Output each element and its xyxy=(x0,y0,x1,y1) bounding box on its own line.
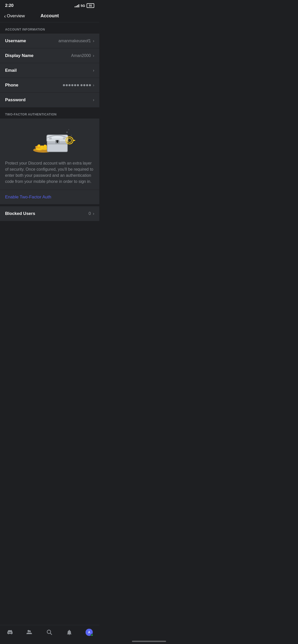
username-label: Username xyxy=(5,38,26,43)
svg-point-5 xyxy=(43,145,47,148)
phone-right: › xyxy=(63,83,94,87)
status-time: 2:20 xyxy=(5,3,13,8)
username-value: amanmakeuseof1 xyxy=(58,39,91,43)
display-name-right: Aman2000 › xyxy=(71,53,94,58)
signal-icon xyxy=(75,4,79,7)
account-info-label: ACCOUNT INFORMATION xyxy=(5,28,45,31)
back-button[interactable]: ‹ Overview xyxy=(4,13,25,19)
navigation-header: ‹ Overview Account xyxy=(0,10,99,22)
tfa-illustration xyxy=(5,125,94,155)
tfa-label: TWO-FACTOR AUTHENTICATION xyxy=(5,113,57,116)
svg-rect-13 xyxy=(57,142,58,143)
email-item[interactable]: Email › xyxy=(0,63,99,78)
blocked-users-label: Blocked Users xyxy=(5,211,35,216)
battery-level: 55 xyxy=(87,3,94,8)
phone-item[interactable]: Phone xyxy=(0,78,99,93)
blocked-users-item[interactable]: Blocked Users 0 › xyxy=(0,206,99,221)
treasure-chest-illustration xyxy=(24,125,75,155)
display-name-value: Aman2000 xyxy=(71,53,91,58)
password-right: › xyxy=(93,98,94,102)
page-title: Account xyxy=(40,13,59,19)
svg-point-24 xyxy=(68,129,69,130)
password-chevron-icon: › xyxy=(93,98,94,102)
status-bar: 2:20 5G 55 xyxy=(0,0,99,10)
username-item[interactable]: Username amanmakeuseof1 › xyxy=(0,34,99,48)
blocked-users-chevron-icon: › xyxy=(93,211,94,216)
tfa-content: Protect your Discord account with an ext… xyxy=(0,119,99,190)
main-content: ACCOUNT INFORMATION Username amanmakeuse… xyxy=(0,22,99,246)
svg-rect-16 xyxy=(63,137,65,139)
network-label: 5G xyxy=(81,4,85,8)
display-name-label: Display Name xyxy=(5,53,34,58)
battery-icon: 55 xyxy=(87,3,94,8)
phone-chevron-icon: › xyxy=(93,83,94,87)
tfa-description: Protect your Discord account with an ext… xyxy=(5,160,94,190)
phone-label: Phone xyxy=(5,83,18,88)
status-icons: 5G 55 xyxy=(75,3,94,8)
password-item[interactable]: Password › xyxy=(0,93,99,107)
email-label: Email xyxy=(5,68,17,73)
blocked-users-right: 0 › xyxy=(89,211,94,216)
svg-point-22 xyxy=(66,131,68,133)
display-name-chevron-icon: › xyxy=(93,53,94,58)
blocked-section-separator xyxy=(0,204,99,206)
phone-dots xyxy=(63,84,91,86)
svg-rect-14 xyxy=(47,143,67,144)
back-arrow-icon: ‹ xyxy=(4,13,6,19)
svg-rect-15 xyxy=(49,137,52,139)
password-label: Password xyxy=(5,97,25,103)
username-chevron-icon: › xyxy=(93,39,94,43)
email-right: › xyxy=(93,68,94,73)
username-right: amanmakeuseof1 › xyxy=(58,39,94,43)
blocked-users-count: 0 xyxy=(89,211,91,216)
svg-point-6 xyxy=(37,144,40,148)
display-name-item[interactable]: Display Name Aman2000 › xyxy=(0,48,99,63)
svg-point-23 xyxy=(71,135,72,136)
back-label: Overview xyxy=(7,13,25,19)
account-info-list: Username amanmakeuseof1 › Display Name A… xyxy=(0,34,99,107)
email-chevron-icon: › xyxy=(93,68,94,73)
enable-tfa-button[interactable]: Enable Two-Factor Auth xyxy=(0,190,99,204)
tfa-section-header: TWO-FACTOR AUTHENTICATION xyxy=(0,107,99,119)
account-info-section-header: ACCOUNT INFORMATION xyxy=(0,22,99,34)
